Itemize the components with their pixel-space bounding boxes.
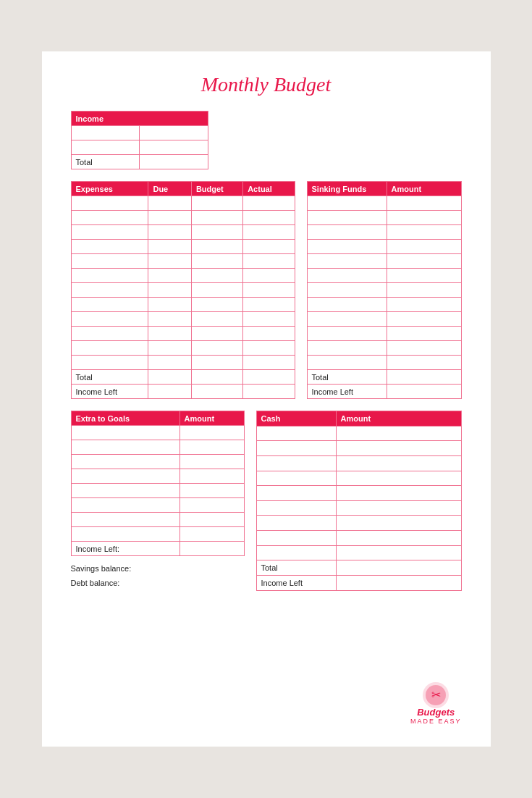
income-table: Income Total — [71, 111, 208, 169]
sinking-funds-income-left-label: Income Left — [307, 385, 387, 399]
sinking-funds-row — [307, 312, 461, 327]
expenses-income-left-row: Income Left — [71, 385, 295, 399]
sinking-funds-row — [307, 298, 461, 312]
logo-made-easy-text: MADE EASY — [410, 718, 462, 725]
middle-section: Expenses Due Budget Actual Total Income — [71, 181, 462, 399]
sinking-funds-table: Sinking Funds Amount Total Income Left — [307, 181, 462, 399]
extra-goals-row — [71, 455, 244, 469]
expenses-total-row: Total — [71, 370, 295, 385]
logo-area: ✂ Budgets MADE EASY — [410, 681, 462, 725]
page-title: Monthly Budget — [71, 73, 462, 96]
cash-row — [256, 531, 461, 546]
expenses-header-row: Expenses Due Budget Actual — [71, 182, 295, 196]
cash-income-left-label: Income Left — [256, 575, 336, 590]
extra-goals-table: Extra to Goals Amount Income Left: — [71, 411, 245, 556]
expenses-row — [71, 254, 295, 269]
cash-col-header: Cash — [256, 411, 336, 427]
cash-total-label: Total — [256, 560, 336, 576]
sinking-funds-income-left-row: Income Left — [307, 385, 461, 399]
income-row-2 — [71, 140, 208, 155]
extra-goals-container: Extra to Goals Amount Income Left: Savin… — [71, 411, 245, 591]
sinking-funds-header-row: Sinking Funds Amount — [307, 182, 461, 196]
income-header: Income — [71, 112, 208, 126]
extra-goals-col-header: Extra to Goals — [71, 411, 180, 426]
svg-text:✂: ✂ — [431, 689, 441, 701]
expenses-income-left-label: Income Left — [71, 385, 148, 399]
sinking-funds-total-row: Total — [307, 370, 461, 385]
sinking-funds-row — [307, 254, 461, 269]
cash-row — [256, 471, 461, 486]
cash-row — [256, 486, 461, 501]
income-section: Income Total — [71, 111, 462, 169]
savings-balance-label: Savings balance: — [71, 562, 245, 576]
income-total-row: Total — [71, 155, 208, 169]
sinking-funds-row — [307, 240, 461, 254]
extra-goals-income-left-row: Income Left: — [71, 542, 244, 556]
sinking-funds-row — [307, 269, 461, 283]
expenses-row — [71, 225, 295, 240]
sinking-funds-row — [307, 211, 461, 225]
expenses-row — [71, 240, 295, 254]
sinking-funds-row — [307, 225, 461, 240]
expenses-table: Expenses Due Budget Actual Total Income — [71, 181, 295, 399]
debt-balance-label: Debt balance: — [71, 576, 245, 591]
expenses-row — [71, 269, 295, 283]
expenses-col-header: Expenses — [71, 182, 148, 196]
logo-budgets-text: Budgets — [417, 707, 455, 718]
expenses-row — [71, 327, 295, 341]
expenses-row — [71, 283, 295, 298]
sinking-funds-total-label: Total — [307, 370, 387, 385]
cash-row — [256, 545, 461, 560]
extra-goals-row — [71, 513, 244, 527]
cash-total-row: Total — [256, 560, 461, 576]
cash-row — [256, 500, 461, 516]
income-total-label: Total — [71, 155, 140, 169]
sinking-funds-row — [307, 341, 461, 356]
savings-debt-section: Savings balance: Debt balance: — [71, 562, 245, 591]
cash-row — [256, 455, 461, 471]
expenses-row — [71, 341, 295, 356]
bottom-section: Extra to Goals Amount Income Left: Savin… — [71, 411, 462, 591]
cash-row — [256, 516, 461, 531]
income-row-1 — [71, 126, 208, 140]
extra-goals-row — [71, 440, 244, 455]
income-header-row: Income — [71, 112, 208, 126]
extra-goals-header-row: Extra to Goals Amount — [71, 411, 244, 426]
expenses-row — [71, 356, 295, 370]
extra-goals-amount-header: Amount — [180, 411, 244, 426]
extra-goals-row — [71, 527, 244, 542]
sinking-funds-row — [307, 283, 461, 298]
sinking-funds-row — [307, 327, 461, 341]
cash-header-row: Cash Amount — [256, 411, 461, 427]
sinking-funds-row — [307, 196, 461, 211]
expenses-total-label: Total — [71, 370, 148, 385]
expenses-row — [71, 196, 295, 211]
sinking-funds-amount-header: Amount — [387, 182, 461, 196]
cash-row — [256, 441, 461, 456]
budget-page: Monthly Budget Income Total Ex — [42, 51, 491, 747]
expenses-row — [71, 211, 295, 225]
sinking-funds-col-header: Sinking Funds — [307, 182, 387, 196]
expenses-due-header: Due — [148, 182, 191, 196]
cash-income-left-row: Income Left — [256, 575, 461, 590]
sinking-funds-row — [307, 356, 461, 370]
expenses-budget-header: Budget — [191, 182, 242, 196]
extra-goals-income-left-label: Income Left: — [71, 542, 180, 556]
cash-row — [256, 426, 461, 441]
extra-goals-row — [71, 498, 244, 513]
budgets-logo-icon: ✂ — [421, 681, 450, 710]
expenses-row — [71, 312, 295, 327]
expenses-actual-header: Actual — [243, 182, 295, 196]
cash-table: Cash Amount Total Income Left — [256, 411, 462, 591]
expenses-row — [71, 298, 295, 312]
cash-amount-header: Amount — [336, 411, 461, 427]
extra-goals-row — [71, 469, 244, 484]
extra-goals-row — [71, 484, 244, 498]
extra-goals-row — [71, 426, 244, 440]
